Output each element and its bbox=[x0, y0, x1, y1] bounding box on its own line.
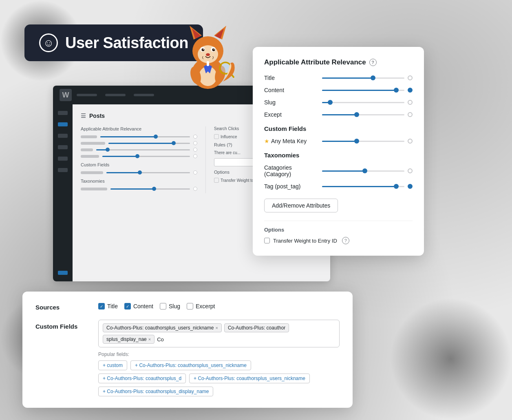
attr-tag-label: Tag (post_tag) bbox=[264, 183, 317, 190]
attr-categories-end bbox=[408, 168, 413, 173]
wp-slider-row-1 bbox=[81, 135, 197, 139]
attr-tag-end bbox=[408, 184, 413, 189]
wp-sidebar-item-6[interactable] bbox=[58, 168, 68, 172]
popular-chip-custom[interactable]: custom bbox=[98, 360, 127, 370]
nav-dot-2 bbox=[105, 94, 126, 96]
wp-sidebar bbox=[53, 104, 73, 281]
wp-influence-label: Influence bbox=[221, 135, 237, 139]
attr-tag-row: Tag (post_tag) bbox=[264, 183, 413, 190]
attr-meta-track[interactable] bbox=[322, 141, 404, 142]
source-content-label: Content bbox=[133, 303, 153, 309]
source-excerpt-unchecked bbox=[187, 303, 193, 309]
wp-left-col: Applicable Attribute Relevance bbox=[81, 126, 197, 193]
wp-sidebar-item-3[interactable] bbox=[58, 134, 68, 138]
attr-panel-title: Applicable Attribute Relevance ? bbox=[264, 58, 413, 66]
wp-sidebar-item-1[interactable] bbox=[58, 111, 68, 115]
custom-fields-content: Co-Authors-Plus: coauthorsplus_users_nic… bbox=[98, 320, 340, 396]
wp-sidebar-item-2[interactable] bbox=[58, 122, 68, 126]
custom-fields-label: Custom Fields bbox=[35, 320, 88, 330]
options-title: Options bbox=[264, 227, 413, 233]
attr-content-track[interactable] bbox=[322, 90, 404, 91]
attr-except-slider[interactable] bbox=[322, 112, 413, 117]
options-section: Options Transfer Weight to Entry ID ? bbox=[264, 221, 413, 244]
sources-panel: Sources ✓ Title ✓ Content Slug Excerpt C… bbox=[22, 292, 353, 408]
wp-sidebar-item-5[interactable] bbox=[58, 157, 68, 161]
tags-text-input[interactable] bbox=[157, 336, 225, 343]
svg-point-13 bbox=[214, 49, 214, 49]
wp-slider-track-3[interactable] bbox=[96, 149, 190, 150]
wp-tax-track[interactable] bbox=[110, 188, 190, 190]
popular-chip-coauthors-nickname[interactable]: Co-Authors-Plus: coauthorsplus_users_nic… bbox=[130, 360, 251, 370]
source-title-checked: ✓ bbox=[98, 303, 105, 309]
custom-fields-heading: Custom Fields bbox=[264, 125, 413, 132]
transfer-weight-checkbox[interactable] bbox=[264, 238, 270, 243]
attr-content-slider[interactable] bbox=[322, 88, 413, 93]
wp-slider-row-2 bbox=[81, 141, 197, 145]
source-title-label: Title bbox=[107, 303, 118, 309]
attr-categories-track[interactable] bbox=[322, 170, 404, 172]
wp-cf-track[interactable] bbox=[106, 172, 190, 173]
attr-tag-track[interactable] bbox=[322, 186, 404, 187]
smiley-icon: ☺ bbox=[39, 33, 58, 52]
wp-cf-row bbox=[81, 170, 197, 175]
transfer-help-icon[interactable]: ? bbox=[342, 237, 349, 244]
popular-chips: custom Co-Authors-Plus: coauthorsplus_us… bbox=[98, 360, 340, 396]
taxonomies-heading: Taxonomies bbox=[264, 152, 413, 159]
svg-rect-15 bbox=[207, 61, 209, 66]
add-remove-btn[interactable]: Add/Remove Attributes bbox=[264, 199, 338, 212]
wp-influence-checkbox[interactable] bbox=[214, 134, 219, 139]
wp-tax-slider-label bbox=[81, 188, 107, 190]
popular-fields-label: Popular fields: bbox=[98, 351, 340, 357]
wp-slider-track-4[interactable] bbox=[102, 156, 190, 157]
attr-slug-row: Slug bbox=[264, 99, 413, 106]
attr-relevance-panel: Applicable Attribute Relevance ? Title C… bbox=[253, 47, 424, 256]
tags-input-area[interactable]: Co-Authors-Plus: coauthorsplus_users_nic… bbox=[98, 320, 340, 347]
source-excerpt-item[interactable]: Excerpt bbox=[187, 303, 215, 309]
tag-coauthor: Co-Authors-Plus: coauthor bbox=[224, 323, 289, 332]
wp-slider-track-2[interactable] bbox=[108, 143, 190, 144]
attr-except-track[interactable] bbox=[322, 114, 404, 115]
attr-slug-end bbox=[408, 100, 413, 105]
tag-splus: splus_display_nae × bbox=[103, 335, 154, 344]
svg-point-10 bbox=[202, 49, 205, 51]
transfer-weight-row: Transfer Weight to Entry ID ? bbox=[264, 237, 413, 244]
popular-chip-coauthors-d[interactable]: Co-Authors-Plus: coauthorsplus_d bbox=[98, 374, 186, 383]
source-title-item[interactable]: ✓ Title bbox=[98, 303, 118, 309]
wp-tax-row bbox=[81, 187, 197, 191]
nav-dot-1 bbox=[77, 94, 97, 96]
attr-content-end bbox=[408, 88, 413, 93]
source-slug-unchecked bbox=[160, 303, 166, 309]
attr-meta-slider[interactable] bbox=[322, 139, 413, 144]
attr-tag-slider[interactable] bbox=[322, 184, 413, 189]
attr-except-row: Except bbox=[264, 111, 413, 118]
attr-meta-end bbox=[408, 139, 413, 144]
popular-chip-coauthors-nickname-2[interactable]: Co-Authors-Plus: coauthorsplus_users_nic… bbox=[189, 374, 310, 383]
attr-title-slider[interactable] bbox=[322, 75, 413, 80]
nav-dots bbox=[77, 94, 154, 96]
attr-categories-slider[interactable] bbox=[322, 168, 413, 173]
sources-checkboxes: ✓ Title ✓ Content Slug Excerpt bbox=[98, 303, 215, 309]
posts-icon: ☰ bbox=[81, 113, 86, 119]
tag-remove-1[interactable]: × bbox=[215, 325, 218, 330]
source-content-checked: ✓ bbox=[124, 303, 131, 309]
popular-chip-coauthors-display[interactable]: Co-Authors-Plus: coauthorsplus_display_n… bbox=[98, 387, 213, 396]
svg-point-11 bbox=[212, 49, 215, 51]
attr-title-track[interactable] bbox=[322, 77, 404, 79]
svg-point-14 bbox=[206, 53, 210, 56]
wp-sidebar-item-4[interactable] bbox=[58, 145, 68, 149]
wp-transfer-checkbox[interactable] bbox=[214, 178, 219, 183]
source-content-item[interactable]: ✓ Content bbox=[124, 303, 153, 309]
transfer-weight-label: Transfer Weight to Entry ID bbox=[273, 238, 337, 244]
attr-meta-label: ★Any Meta Key bbox=[264, 138, 317, 144]
attr-help-icon[interactable]: ? bbox=[369, 59, 377, 66]
wp-slider-track-1[interactable] bbox=[100, 136, 190, 137]
attr-slug-track[interactable] bbox=[322, 102, 404, 103]
tag-remove-2[interactable]: × bbox=[148, 337, 151, 342]
source-slug-label: Slug bbox=[169, 303, 180, 309]
wp-sidebar-item-special[interactable] bbox=[58, 271, 68, 275]
wp-tax-label: Taxonomies bbox=[81, 179, 197, 183]
wp-cf-label-slider bbox=[81, 171, 103, 174]
source-slug-item[interactable]: Slug bbox=[160, 303, 180, 309]
wp-slider-label-2 bbox=[81, 142, 105, 145]
attr-slug-slider[interactable] bbox=[322, 100, 413, 105]
